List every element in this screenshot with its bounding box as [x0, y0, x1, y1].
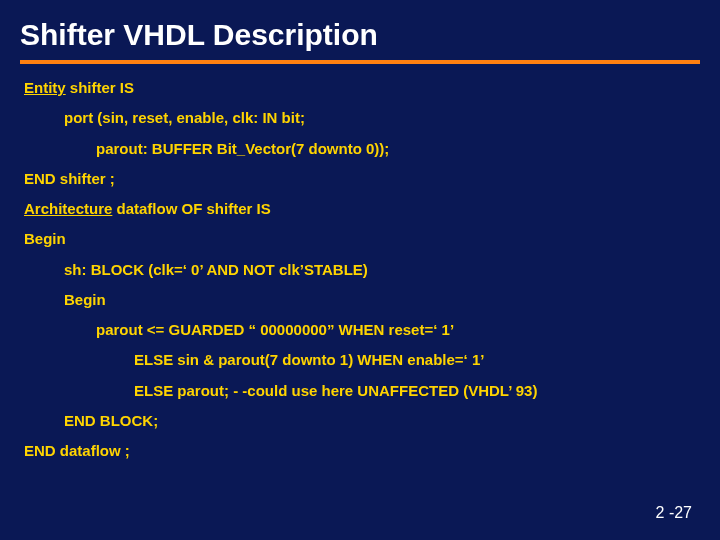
title-rule	[20, 60, 700, 64]
txt: dataflow OF shifter IS	[112, 200, 270, 217]
code-line: Architecture dataflow OF shifter IS	[24, 199, 696, 219]
code-line: sh: BLOCK (clk=‘ 0’ AND NOT clk’STABLE)	[24, 260, 696, 280]
code-line: Begin	[24, 290, 696, 310]
code-line: END dataflow ;	[24, 441, 696, 461]
code-line: END shifter ;	[24, 169, 696, 189]
kw-architecture: Architecture	[24, 200, 112, 217]
code-line: Entity shifter IS	[24, 78, 696, 98]
code-line: ELSE parout; - -could use here UNAFFECTE…	[24, 381, 696, 401]
code-line: Begin	[24, 229, 696, 249]
page-number: 2 -27	[656, 504, 692, 522]
code-line: ELSE sin & parout(7 downto 1) WHEN enabl…	[24, 350, 696, 370]
kw-entity: Entity	[24, 79, 66, 96]
code-line: port (sin, reset, enable, clk: IN bit;	[24, 108, 696, 128]
code-line: END BLOCK;	[24, 411, 696, 431]
code-line: parout <= GUARDED “ 00000000” WHEN reset…	[24, 320, 696, 340]
txt: shifter IS	[66, 79, 134, 96]
slide-body: Entity shifter IS port (sin, reset, enab…	[0, 78, 720, 461]
code-line: parout: BUFFER Bit_Vector(7 downto 0));	[24, 139, 696, 159]
slide-title: Shifter VHDL Description	[0, 0, 720, 60]
